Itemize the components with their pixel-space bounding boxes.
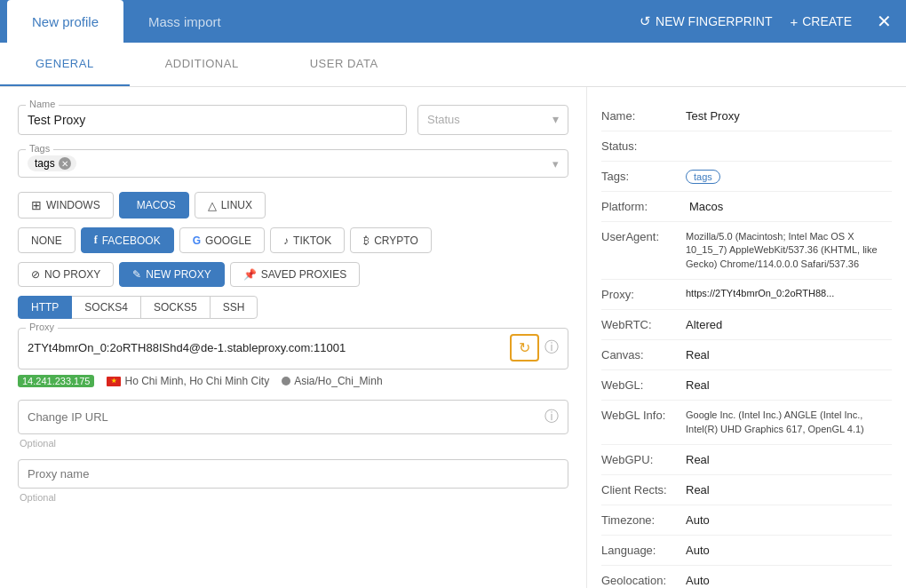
summary-timezone-label: Timezone:	[601, 513, 686, 527]
new-proxy-button[interactable]: ✎ NEW PROXY	[119, 262, 224, 287]
flag-icon: ★	[107, 377, 121, 386]
os-windows-label: WINDOWS	[46, 199, 100, 211]
new-proxy-label: NEW PROXY	[146, 268, 211, 281]
summary-name-row: Name: Test Proxy	[601, 101, 892, 131]
google-icon: G	[193, 234, 201, 247]
saved-proxies-button[interactable]: 📌 SAVED PROXIES	[230, 262, 360, 287]
summary-language-row: Language: Auto	[601, 536, 892, 566]
browser-btn-tiktok[interactable]: ♪ TIKTOK	[270, 227, 345, 253]
saved-proxies-label: SAVED PROXIES	[261, 268, 346, 281]
tab-new-profile[interactable]: New profile	[7, 0, 123, 43]
no-proxy-button[interactable]: ⊘ NO PROXY	[18, 262, 114, 287]
tab-user-data[interactable]: USER DATA	[274, 43, 414, 86]
tags-field-wrap[interactable]: Tags tags ✕ ▾	[18, 149, 568, 178]
close-button[interactable]	[870, 11, 899, 32]
protocol-socks4[interactable]: SOCKS4	[71, 296, 141, 319]
summary-webgl-row: WebGL: Real	[601, 370, 892, 401]
summary-geolocation-label: Geolocation:	[601, 574, 686, 587]
summary-webgpu-value: Real	[686, 453, 892, 466]
protocol-ssh[interactable]: SSH	[210, 296, 258, 319]
os-btn-linux[interactable]: △ LINUX	[195, 192, 266, 219]
summary-language-label: Language:	[601, 544, 686, 557]
timezone-text: Asia/Ho_Chi_Minh	[294, 375, 382, 387]
name-label: Name	[26, 99, 59, 109]
proxy-input[interactable]	[28, 341, 510, 354]
summary-name-value: Test Proxy	[686, 109, 892, 123]
proxy-info-button[interactable]: ⓘ	[544, 338, 559, 357]
summary-webrtc-value: Altered	[686, 318, 892, 331]
summary-webrtc-row: WebRTC: Altered	[601, 310, 892, 340]
summary-status-label: Status:	[601, 139, 686, 153]
no-proxy-icon: ⊘	[31, 268, 40, 281]
summary-name-label: Name:	[601, 109, 686, 123]
create-label: CREATE	[802, 14, 852, 28]
browser-btn-facebook[interactable]: f FACEBOOK	[81, 227, 174, 253]
browser-btn-google[interactable]: G GOOGLE	[179, 227, 265, 253]
summary-canvas-row: Canvas: Real	[601, 340, 892, 370]
summary-platform-label: Platform:	[601, 200, 686, 213]
tab-general[interactable]: GENERAL	[0, 43, 130, 86]
none-label: NONE	[31, 234, 62, 247]
create-button[interactable]: CREATE	[790, 14, 852, 29]
protocol-tab-group: HTTP SOCKS4 SOCKS5 SSH	[18, 296, 568, 319]
browser-btn-none[interactable]: NONE	[18, 227, 76, 253]
proxy-name-wrap	[18, 459, 568, 489]
new-fingerprint-label: NEW FINGERPRINT	[656, 14, 772, 28]
os-macos-label: MACOS	[137, 199, 176, 211]
tab-mass-import[interactable]: Mass import	[123, 0, 246, 43]
refresh-icon: ↻	[519, 340, 530, 355]
protocol-socks5[interactable]: SOCKS5	[140, 296, 211, 319]
summary-client-rects-value: Real	[686, 483, 892, 497]
summary-client-rects-row: Client Rects: Real	[601, 475, 892, 505]
summary-webgpu-row: WebGPU: Real	[601, 445, 892, 475]
tags-dropdown-icon: ▾	[552, 157, 559, 171]
linux-icon: △	[208, 199, 217, 212]
summary-tags-row: Tags: tags	[601, 162, 892, 192]
proxy-name-input[interactable]	[28, 467, 559, 481]
fingerprint-icon	[640, 13, 651, 29]
proxy-label: Proxy	[26, 322, 58, 332]
google-label: GOOGLE	[205, 234, 251, 247]
main-content: Name Status ▾ Tags tags ✕ ▾ ⊞ WINDOWS	[0, 87, 906, 588]
tab-additional[interactable]: ADDITIONAL	[130, 43, 274, 86]
header: New profile Mass import NEW FINGERPRINT …	[0, 0, 906, 43]
summary-geolocation-value: Auto	[686, 574, 892, 587]
summary-timezone-row: Timezone: Auto	[601, 505, 892, 536]
summary-webgl-info-label: WebGL Info:	[601, 409, 686, 436]
summary-tags-value: tags	[686, 170, 892, 183]
summary-canvas-label: Canvas:	[601, 348, 686, 362]
browser-btn-crypto[interactable]: ₿ CRYPTO	[350, 227, 432, 253]
status-field-wrap[interactable]: Status ▾	[417, 105, 568, 135]
change-ip-info-icon: ⓘ	[544, 409, 559, 424]
summary-proxy-row: Proxy: https://2TYt4bmrOn_0:2oRTH88...	[601, 280, 892, 310]
summary-webrtc-label: WebRTC:	[601, 318, 686, 331]
change-ip-info-button[interactable]: ⓘ	[544, 408, 559, 426]
timezone-info: Asia/Ho_Chi_Minh	[282, 375, 382, 387]
os-btn-windows[interactable]: ⊞ WINDOWS	[18, 192, 114, 219]
new-fingerprint-button[interactable]: NEW FINGERPRINT	[640, 13, 772, 29]
protocol-http[interactable]: HTTP	[18, 296, 72, 319]
summary-status-row: Status:	[601, 131, 892, 162]
platform-text: Macos	[689, 200, 723, 213]
summary-client-rects-label: Client Rects:	[601, 483, 686, 497]
summary-useragent-label: UserAgent:	[601, 230, 686, 271]
btc-icon: ₿	[363, 234, 370, 247]
proxy-refresh-button[interactable]: ↻	[510, 334, 539, 362]
facebook-icon: f	[94, 234, 98, 247]
status-placeholder: Status	[427, 113, 460, 126]
info-icon: ⓘ	[544, 339, 559, 354]
crypto-label: CRYPTO	[374, 234, 418, 247]
name-field-wrap: Name	[18, 105, 407, 135]
right-panel: Name: Test Proxy Status: Tags: tags Plat…	[586, 87, 906, 588]
change-ip-input[interactable]	[28, 410, 544, 424]
ip-badge: 14.241.233.175	[18, 375, 94, 387]
left-panel: Name Status ▾ Tags tags ✕ ▾ ⊞ WINDOWS	[0, 87, 586, 588]
os-btn-macos[interactable]: MACOS	[119, 192, 189, 219]
new-proxy-icon: ✎	[132, 268, 141, 281]
name-input[interactable]	[28, 111, 397, 127]
location-text: Ho Chi Minh, Ho Chi Minh City	[124, 375, 269, 387]
summary-tag-badge: tags	[686, 170, 720, 184]
tag-text: tags	[35, 157, 55, 170]
change-ip-wrap: ⓘ	[18, 400, 568, 434]
tag-remove-button[interactable]: ✕	[59, 157, 71, 170]
